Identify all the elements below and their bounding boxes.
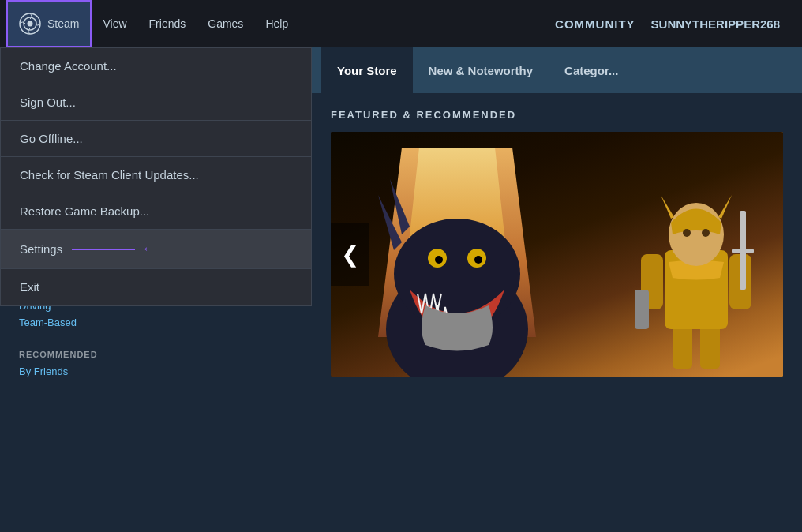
go-offline-item[interactable]: Go Offline...	[1, 121, 311, 157]
check-updates-label: Check for Steam Client Updates...	[20, 168, 199, 182]
settings-arrow-indicator: ←	[72, 241, 156, 257]
menu-bar: Steam View Friends Games Help COMMUNITY …	[0, 0, 802, 47]
go-offline-label: Go Offline...	[20, 132, 83, 145]
creature-svg	[331, 132, 599, 377]
svg-point-2	[28, 21, 33, 27]
games-menu-button[interactable]: Games	[197, 0, 254, 47]
featured-title: FEATURED & RECOMMENDED	[331, 109, 783, 121]
restore-backup-label: Restore Game Backup...	[20, 204, 149, 218]
store-nav: Your Store New & Noteworthy Categor...	[312, 47, 802, 93]
warrior-svg	[609, 148, 783, 377]
steam-logo-icon	[19, 13, 41, 35]
arrow-left-icon: ←	[141, 241, 156, 257]
prev-chevron-icon: ❮	[341, 242, 359, 268]
svg-rect-18	[732, 249, 754, 253]
games-label: Games	[208, 17, 243, 30]
check-updates-item[interactable]: Check for Steam Client Updates...	[1, 157, 311, 193]
recommended-title: RECOMMENDED	[19, 350, 293, 359]
tab-your-store[interactable]: Your Store	[321, 47, 413, 93]
svg-rect-19	[635, 290, 649, 329]
featured-section: FEATURED & RECOMMENDED	[312, 93, 802, 386]
friends-label: Friends	[149, 17, 186, 30]
svg-point-4	[394, 219, 520, 329]
tag-team-based[interactable]: Team-Based	[19, 314, 293, 331]
community-link[interactable]: COMMUNITY	[555, 17, 635, 31]
prev-arrow-button[interactable]: ❮	[331, 223, 369, 286]
steam-label: Steam	[47, 17, 79, 30]
right-content: Your Store New & Noteworthy Categor... F…	[312, 47, 802, 532]
steam-menu-button[interactable]: Steam	[6, 0, 92, 47]
your-store-label: Your Store	[337, 64, 397, 77]
settings-label: Settings	[20, 242, 62, 256]
header-nav-links: COMMUNITY SUNNYTHERIPPER268	[299, 17, 796, 31]
game-banner: ❮	[331, 132, 783, 377]
game-art	[331, 132, 783, 377]
view-label: View	[103, 17, 126, 30]
friends-menu-button[interactable]: Friends	[138, 0, 197, 47]
svg-point-8	[474, 256, 482, 264]
svg-point-13	[683, 229, 691, 237]
exit-label: Exit	[20, 280, 39, 294]
svg-point-14	[702, 229, 710, 237]
help-label: Help	[265, 17, 288, 30]
recommended-by-friends[interactable]: By Friends	[19, 365, 68, 377]
svg-point-7	[435, 256, 443, 264]
settings-row: Settings ←	[20, 241, 292, 257]
change-account-label: Change Account...	[20, 59, 117, 73]
steam-dropdown-menu: Change Account... Sign Out... Go Offline…	[0, 47, 312, 306]
tab-categories[interactable]: Categor...	[549, 47, 634, 93]
tab-new-noteworthy[interactable]: New & Noteworthy	[413, 47, 549, 93]
settings-item[interactable]: Settings ←	[1, 230, 311, 269]
change-account-item[interactable]: Change Account...	[1, 48, 311, 84]
sign-out-item[interactable]: Sign Out...	[1, 84, 311, 121]
view-menu-button[interactable]: View	[92, 0, 137, 47]
restore-backup-item[interactable]: Restore Game Backup...	[1, 193, 311, 230]
sign-out-label: Sign Out...	[20, 96, 76, 109]
username-link[interactable]: SUNNYTHERIPPER268	[651, 17, 780, 31]
help-menu-button[interactable]: Help	[254, 0, 299, 47]
categories-label: Categor...	[564, 64, 618, 77]
new-noteworthy-label: New & Noteworthy	[429, 64, 534, 77]
exit-item[interactable]: Exit	[1, 269, 311, 305]
recommended-section: RECOMMENDED By Friends	[0, 340, 312, 388]
arrow-line	[72, 249, 135, 250]
